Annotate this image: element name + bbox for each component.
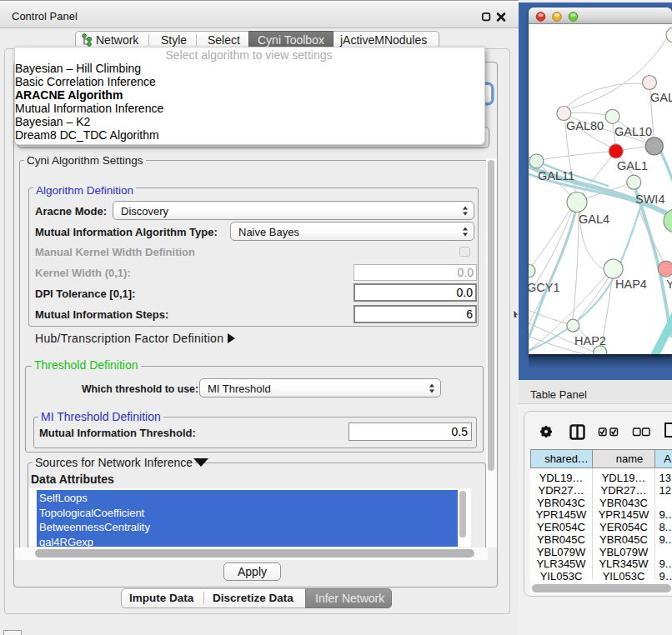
svg-text:GAL4: GAL4 xyxy=(579,212,609,226)
svg-text:GCY1: GCY1 xyxy=(529,281,560,294)
svg-text:GAL80: GAL80 xyxy=(566,119,604,132)
svg-text:HAP4: HAP4 xyxy=(615,278,647,291)
svg-text:SWI4: SWI4 xyxy=(635,192,664,206)
svg-text:GAL7: GAL7 xyxy=(650,91,672,104)
svg-text:YJ: YJ xyxy=(666,278,672,291)
svg-text:GAL1: GAL1 xyxy=(617,159,648,172)
svg-text:HAP2: HAP2 xyxy=(574,334,606,348)
svg-text:GAL10: GAL10 xyxy=(614,125,652,138)
svg-text:GAL11: GAL11 xyxy=(538,169,574,182)
